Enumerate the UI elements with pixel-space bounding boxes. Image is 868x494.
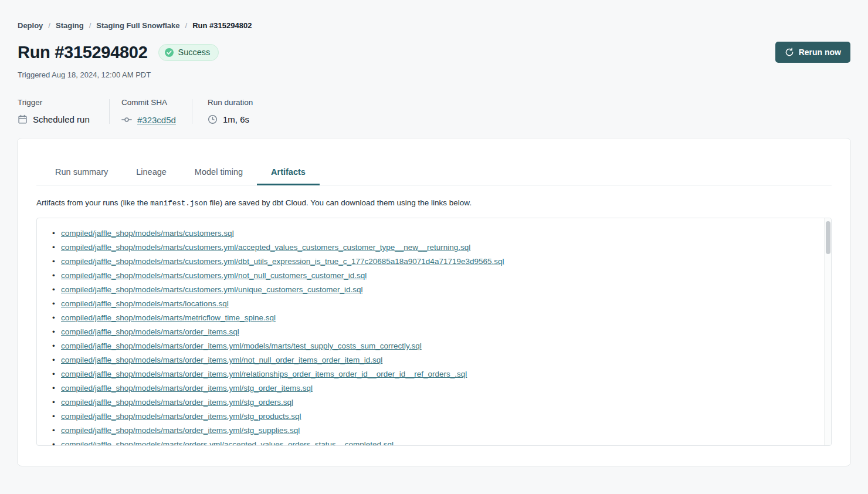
- triggered-timestamp: Triggered Aug 18, 2024, 12:00 AM PDT: [18, 70, 850, 79]
- tab-model-timing[interactable]: Model timing: [181, 167, 257, 185]
- commit-sha-link[interactable]: #323cd5d: [137, 115, 176, 125]
- breadcrumb: Deploy / Staging / Staging Full Snowflak…: [18, 0, 850, 30]
- git-commit-icon: [121, 114, 132, 125]
- breadcrumb-separator: /: [185, 21, 188, 30]
- tab-bar: Run summary Lineage Model timing Artifac…: [36, 167, 832, 185]
- divider: [192, 99, 192, 124]
- artifact-list-item: compiled/jaffle_shop/models/marts/custom…: [37, 269, 817, 283]
- trigger-label: Trigger: [18, 98, 109, 107]
- run-detail-card: Run summary Lineage Model timing Artifac…: [17, 138, 851, 466]
- artifact-list-item: compiled/jaffle_shop/models/marts/custom…: [37, 241, 817, 255]
- status-badge: Success: [158, 44, 219, 61]
- artifacts-description-suffix: file) are saved by dbt Cloud. You can do…: [208, 198, 472, 207]
- run-duration-label: Run duration: [208, 98, 253, 107]
- status-badge-label: Success: [178, 48, 211, 57]
- artifact-link[interactable]: compiled/jaffle_shop/models/marts/order_…: [61, 412, 301, 421]
- breadcrumb-item-deploy[interactable]: Deploy: [18, 21, 43, 30]
- tab-artifacts[interactable]: Artifacts: [257, 167, 320, 185]
- tab-lineage[interactable]: Lineage: [122, 167, 181, 185]
- artifact-link[interactable]: compiled/jaffle_shop/models/marts/order_…: [61, 356, 382, 364]
- artifact-list-item: compiled/jaffle_shop/models/marts/order_…: [37, 410, 817, 424]
- run-metadata: Trigger Scheduled run Commit SHA: [18, 98, 850, 125]
- artifact-link[interactable]: compiled/jaffle_shop/models/marts/order_…: [61, 398, 293, 407]
- breadcrumb-separator: /: [48, 21, 50, 30]
- artifact-list-item: compiled/jaffle_shop/models/marts/locati…: [37, 297, 817, 311]
- artifact-link[interactable]: compiled/jaffle_shop/models/marts/metric…: [61, 313, 276, 322]
- artifact-list-item: compiled/jaffle_shop/models/marts/custom…: [37, 255, 817, 269]
- artifact-list-item: compiled/jaffle_shop/models/marts/order_…: [37, 325, 817, 339]
- artifact-list-item: compiled/jaffle_shop/models/marts/orders…: [37, 438, 817, 445]
- artifact-link[interactable]: compiled/jaffle_shop/models/marts/custom…: [61, 229, 234, 238]
- commit-sha-label: Commit SHA: [121, 98, 192, 107]
- breadcrumb-item-job[interactable]: Staging Full Snowflake: [96, 21, 179, 30]
- artifact-link[interactable]: compiled/jaffle_shop/models/marts/order_…: [61, 341, 422, 350]
- artifact-list-item: compiled/jaffle_shop/models/marts/order_…: [37, 339, 817, 353]
- divider: [109, 99, 110, 124]
- artifacts-list-box: compiled/jaffle_shop/models/marts/custom…: [36, 218, 832, 446]
- tab-run-summary[interactable]: Run summary: [41, 167, 122, 185]
- artifacts-list: compiled/jaffle_shop/models/marts/custom…: [37, 218, 831, 445]
- refresh-icon: [785, 48, 794, 57]
- artifact-link[interactable]: compiled/jaffle_shop/models/marts/custom…: [61, 271, 367, 280]
- rerun-now-button[interactable]: Rerun now: [775, 42, 850, 63]
- artifact-list-item: compiled/jaffle_shop/models/marts/order_…: [37, 424, 817, 438]
- artifact-link[interactable]: compiled/jaffle_shop/models/marts/custom…: [61, 285, 362, 294]
- calendar-icon: [18, 114, 28, 124]
- artifact-link[interactable]: compiled/jaffle_shop/models/marts/locati…: [61, 299, 229, 308]
- artifact-list-item: compiled/jaffle_shop/models/marts/order_…: [37, 353, 817, 367]
- artifact-list-item: compiled/jaffle_shop/models/marts/order_…: [37, 367, 817, 381]
- artifact-link[interactable]: compiled/jaffle_shop/models/marts/custom…: [61, 257, 504, 266]
- run-duration-value: 1m, 6s: [223, 114, 249, 124]
- artifact-link[interactable]: compiled/jaffle_shop/models/marts/order_…: [61, 370, 467, 378]
- check-circle-icon: [164, 48, 174, 57]
- scrollbar-thumb[interactable]: [826, 221, 830, 254]
- artifact-link[interactable]: compiled/jaffle_shop/models/marts/orders…: [61, 440, 394, 445]
- breadcrumb-item-staging[interactable]: Staging: [56, 21, 84, 30]
- artifact-list-item: compiled/jaffle_shop/models/marts/custom…: [37, 226, 817, 241]
- artifact-link[interactable]: compiled/jaffle_shop/models/marts/order_…: [61, 426, 300, 435]
- page-header: Deploy / Staging / Staging Full Snowflak…: [0, 0, 868, 125]
- breadcrumb-item-run: Run #315294802: [192, 21, 252, 30]
- scrollbar-track[interactable]: [824, 218, 831, 445]
- artifact-link[interactable]: compiled/jaffle_shop/models/marts/order_…: [61, 384, 313, 393]
- breadcrumb-separator: /: [89, 21, 91, 30]
- artifacts-description: Artifacts from your runs (like the manif…: [36, 198, 832, 208]
- artifacts-description-prefix: Artifacts from your runs (like the: [36, 198, 150, 207]
- artifact-list-item: compiled/jaffle_shop/models/marts/order_…: [37, 381, 817, 395]
- artifact-list-item: compiled/jaffle_shop/models/marts/custom…: [37, 283, 817, 297]
- trigger-value: Scheduled run: [33, 114, 90, 124]
- clock-icon: [208, 114, 218, 124]
- rerun-now-label: Rerun now: [799, 48, 841, 57]
- artifact-list-item: compiled/jaffle_shop/models/marts/metric…: [37, 311, 817, 325]
- artifact-link[interactable]: compiled/jaffle_shop/models/marts/custom…: [61, 243, 470, 252]
- manifest-json-code: manifest.json: [150, 199, 208, 208]
- page-title: Run #315294802: [18, 43, 148, 62]
- artifact-link[interactable]: compiled/jaffle_shop/models/marts/order_…: [61, 327, 239, 336]
- artifact-list-item: compiled/jaffle_shop/models/marts/order_…: [37, 395, 817, 410]
